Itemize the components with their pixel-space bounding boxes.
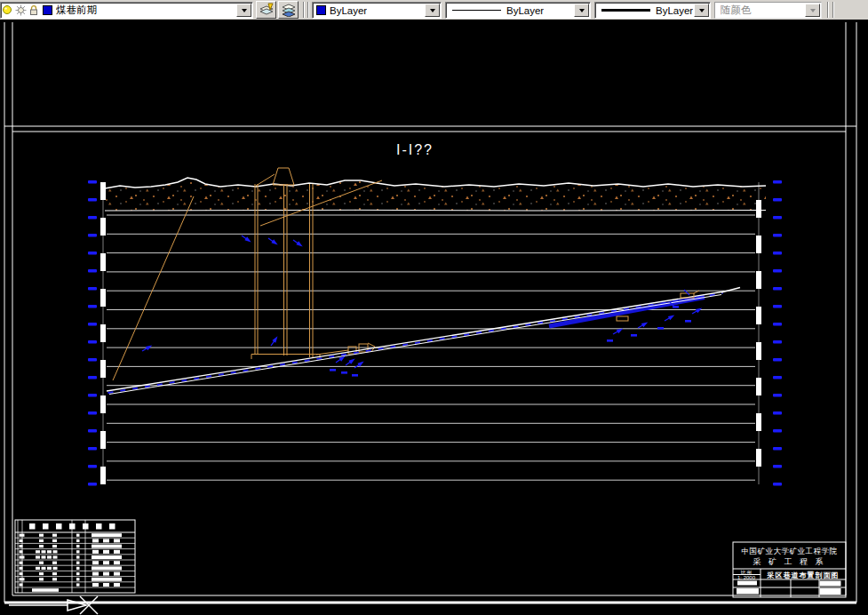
lineweight-control-combo[interactable]: ByLayer (594, 2, 711, 19)
elevation-label (88, 429, 97, 433)
chevron-down-icon (810, 9, 816, 15)
table-header-glyph (69, 523, 76, 530)
organization-line1: 中国矿业大学矿业工程学院 (742, 547, 838, 555)
drawing-area[interactable]: I-I?? (0, 20, 868, 615)
sheet-border (4, 22, 856, 603)
chevron-down-icon (430, 9, 435, 15)
elevation-label (88, 252, 97, 255)
legend-table (15, 520, 135, 593)
drawing-title: 采区巷道布置剖面图 (767, 571, 840, 579)
bulb-icon[interactable] (3, 4, 13, 16)
chevron-down-icon (579, 9, 585, 15)
elevation-label (88, 198, 97, 202)
elevation-label (773, 287, 782, 291)
object-properties-toolbar: 煤巷前期 ByLayer ByLayer (0, 0, 868, 20)
plotstyle-control-combo: 随颜色 (714, 2, 822, 19)
elevation-label (88, 180, 97, 184)
flow-arrows (142, 236, 702, 377)
toolbar-separator (832, 2, 834, 18)
make-object-layer-current-button[interactable] (256, 1, 276, 19)
linetype-sample-icon (452, 10, 501, 11)
goaf-band (549, 298, 705, 327)
roadway-label (673, 306, 679, 308)
elevation-label (88, 340, 97, 344)
inclined-seam (107, 288, 740, 395)
elevation-label (88, 411, 97, 415)
elevation-label (773, 447, 782, 451)
elevation-label (773, 269, 782, 273)
elevation-label (88, 483, 97, 486)
title-block: 中国矿业大学矿业工程学院 采 矿 工 程 系 比 例 1: 2000 采区巷道布… (733, 542, 846, 597)
roadway-label (341, 371, 347, 374)
layer-color-swatch[interactable] (43, 5, 52, 15)
color-combo-dropdown-button[interactable] (425, 4, 440, 17)
elevation-label (88, 376, 97, 379)
ground-surface-band (105, 178, 766, 211)
elevation-label (88, 358, 97, 362)
elevation-label (88, 323, 97, 326)
table-header-glyph (56, 523, 62, 530)
elevation-label (88, 465, 97, 468)
scale-value: 1: 2000 (737, 575, 756, 580)
table-header-glyph (96, 523, 102, 530)
make-object-layer-current-icon (259, 3, 275, 17)
section-title: I-I?? (396, 142, 434, 157)
elevation-labels (88, 180, 782, 486)
elevation-label (773, 323, 782, 326)
lineweight-combo-dropdown-button[interactable] (694, 4, 709, 17)
elevation-label (773, 234, 782, 237)
lock-icon[interactable] (28, 4, 39, 16)
elevation-label (773, 429, 782, 433)
elevation-label (88, 394, 97, 397)
elevation-scale-rods (100, 182, 761, 484)
elevation-label (88, 447, 97, 451)
elevation-label (88, 287, 97, 291)
current-color-swatch (316, 5, 326, 15)
layer-previous-button[interactable] (278, 1, 299, 19)
strata-lines (107, 215, 755, 480)
elevation-label (773, 465, 782, 468)
table-header-glyph (109, 523, 115, 530)
lineweight-value: ByLayer (656, 5, 693, 16)
elevation-label (773, 411, 782, 415)
roadway-label (330, 369, 336, 371)
sun-icon[interactable] (15, 4, 27, 16)
roadway-label (631, 334, 637, 337)
linetype-control-combo[interactable]: ByLayer (445, 2, 591, 19)
table-header-glyph (29, 523, 36, 530)
color-control-combo[interactable]: ByLayer (312, 2, 442, 19)
elevation-label (88, 305, 97, 308)
headframe-icon (273, 168, 294, 185)
chevron-down-icon (242, 9, 247, 15)
toolbar-separator (307, 2, 309, 18)
elevation-label (773, 340, 782, 344)
toolbar-separator (303, 2, 305, 18)
elevation-label (773, 358, 782, 362)
elevation-label (88, 216, 97, 220)
elevation-label (773, 394, 782, 397)
elevation-label (773, 252, 782, 255)
roadway-label (685, 320, 691, 323)
elevation-label (88, 269, 97, 273)
roadway-label (607, 339, 613, 342)
table-header-glyph (43, 523, 49, 530)
table-header-glyph (83, 523, 89, 530)
organization-line2: 采 矿 工 程 系 (753, 557, 825, 566)
elevation-label (773, 216, 782, 220)
roadway-label (657, 327, 664, 330)
layer-control-combo[interactable]: 煤巷前期 (0, 2, 253, 19)
roadway-label (352, 374, 358, 377)
cad-drawing: I-I?? (0, 20, 868, 615)
layer-combo-dropdown-button[interactable] (236, 4, 251, 17)
elevation-label (773, 180, 782, 184)
plotstyle-value: 随颜色 (721, 4, 752, 17)
toolbar-separator (827, 2, 829, 18)
elevation-label (88, 234, 97, 237)
table-footer-blob (32, 588, 59, 592)
elevation-label (773, 483, 782, 486)
linetype-value: ByLayer (506, 5, 544, 16)
elevation-label (773, 198, 782, 202)
autocad-window: 煤巷前期 ByLayer ByLayer (0, 0, 868, 615)
linetype-combo-dropdown-button[interactable] (574, 4, 589, 17)
plotstyle-combo-dropdown-button (805, 4, 820, 17)
